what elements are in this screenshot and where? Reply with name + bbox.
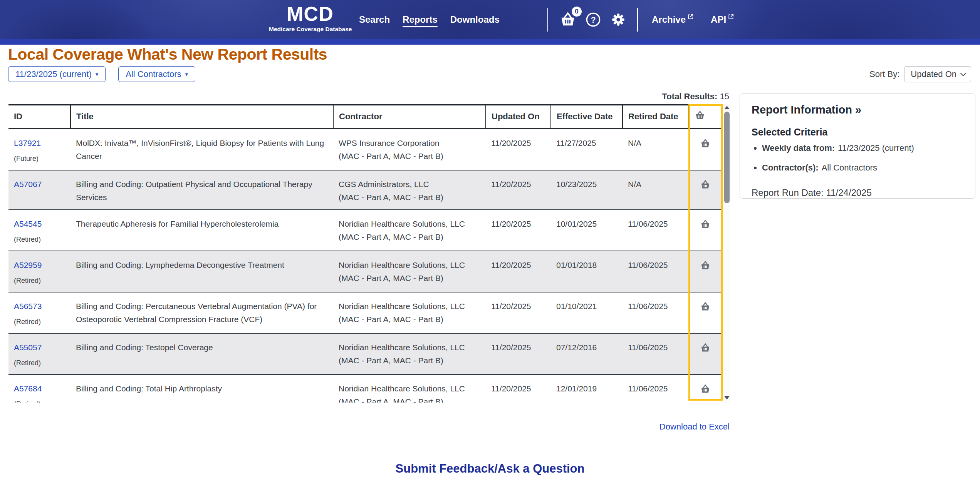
effective-date-cell: 07/12/2016 <box>551 333 623 374</box>
retired-date-cell: N/A <box>623 129 688 170</box>
scrollbar-up-arrow[interactable] <box>724 106 730 110</box>
top-banner: MCD Medicare Coverage Database Search Re… <box>0 0 980 39</box>
total-results-label: Total Results: <box>662 92 720 101</box>
contractor-name: Noridian Healthcare Solutions, LLC <box>339 217 480 231</box>
document-id-link[interactable]: A52959 <box>14 261 42 269</box>
basket-icon <box>700 301 711 312</box>
title-cell: Billing and Coding: Lymphedema Decongest… <box>70 251 333 292</box>
id-cell: A57684 (Retired) <box>8 374 70 403</box>
criteria-value: All Contractors <box>822 163 877 172</box>
col-header-updated-on[interactable]: Updated On <box>486 105 551 129</box>
criteria-label: Contractor(s): <box>762 163 819 172</box>
contractor-name: CGS Administrators, LLC <box>339 178 480 191</box>
basket-cell <box>688 374 722 403</box>
mcd-logo[interactable]: MCD Medicare Coverage Database <box>269 3 351 33</box>
updated-on-cell: 11/20/2025 <box>486 251 551 292</box>
feedback-link-wrap: Submit Feedback/Ask a Question <box>0 462 980 476</box>
id-status-note: (Retired) <box>14 275 65 286</box>
contractor-name: WPS Insurance Corporation <box>339 137 480 150</box>
id-status-note: (Retired) <box>14 234 65 245</box>
id-cell: A56573 (Retired) <box>8 292 70 333</box>
api-link[interactable]: API <box>711 14 734 25</box>
add-to-basket-button[interactable] <box>700 301 711 312</box>
download-to-excel-link[interactable]: Download to Excel <box>659 422 730 432</box>
updated-on-cell: 11/20/2025 <box>486 333 551 374</box>
add-to-basket-button[interactable] <box>700 343 711 353</box>
basket-icon <box>700 138 711 149</box>
help-button[interactable]: ? <box>586 12 601 27</box>
contractor-cell: Noridian Healthcare Solutions, LLC (MAC … <box>333 292 486 333</box>
contractor-name: Noridian Healthcare Solutions, LLC <box>339 300 480 313</box>
contractor-cell: Noridian Healthcare Solutions, LLC (MAC … <box>333 374 486 403</box>
basket-icon <box>700 219 711 230</box>
table-row: A52959 (Retired) Billing and Coding: Lym… <box>8 251 722 292</box>
selected-criteria-heading: Selected Criteria <box>752 127 963 138</box>
contractor-name: Noridian Healthcare Solutions, LLC <box>339 341 480 354</box>
archive-link[interactable]: Archive <box>652 14 694 25</box>
id-cell: L37921 (Future) <box>8 129 70 170</box>
main-nav: Search Reports Downloads <box>359 0 500 39</box>
effective-date-cell: 01/10/2021 <box>551 292 623 333</box>
chevron-down-icon: ▾ <box>185 71 188 78</box>
col-header-effective-date[interactable]: Effective Date <box>551 105 623 129</box>
document-id-link[interactable]: A57067 <box>14 180 42 189</box>
contractor-cell: Noridian Healthcare Solutions, LLC (MAC … <box>333 251 486 292</box>
report-run-date: Report Run Date: 11/24/2025 <box>752 187 963 198</box>
add-to-basket-button[interactable] <box>700 219 711 230</box>
basket-icon <box>700 384 711 394</box>
total-results-value: 15 <box>720 92 729 101</box>
logo-subtitle: Medicare Coverage Database <box>269 26 351 33</box>
chevron-down-icon: ▾ <box>96 71 99 78</box>
col-header-retired-date[interactable]: Retired Date <box>623 105 688 129</box>
logo-title: MCD <box>269 3 351 25</box>
contractor-detail: (MAC - Part A, MAC - Part B) <box>339 313 480 326</box>
effective-date-cell: 11/27/2025 <box>551 129 623 170</box>
nav-reports[interactable]: Reports <box>403 14 438 25</box>
submit-feedback-link[interactable]: Submit Feedback/Ask a Question <box>396 462 585 475</box>
title-cell: Billing and Coding: Outpatient Physical … <box>70 170 333 210</box>
document-id-link[interactable]: A56573 <box>14 302 42 311</box>
id-cell: A55057 (Retired) <box>8 333 70 374</box>
settings-button[interactable] <box>611 12 626 27</box>
retired-date-cell: 11/06/2025 <box>623 333 688 374</box>
week-filter-label: 11/23/2025 (current) <box>15 69 92 79</box>
table-scrollbar[interactable] <box>723 104 730 403</box>
collapse-chevrons-icon: » <box>855 104 861 116</box>
sort-by-select[interactable]: Updated On <box>904 66 971 82</box>
contractor-filter-dropdown[interactable]: All Contractors ▾ <box>118 66 195 82</box>
basket-cell <box>688 251 722 292</box>
document-id-link[interactable]: L37921 <box>14 139 41 147</box>
results-table-viewport: ID Title Contractor Updated On Effective… <box>8 104 730 403</box>
week-filter-dropdown[interactable]: 11/23/2025 (current) ▾ <box>8 66 106 82</box>
criteria-value: 11/23/2025 (current) <box>838 143 914 153</box>
api-label: API <box>711 14 726 25</box>
retired-date-cell: 11/06/2025 <box>623 251 688 292</box>
effective-date-cell: 01/01/2018 <box>551 251 623 292</box>
basket-button[interactable]: 0 <box>559 11 577 28</box>
filter-bar: 11/23/2025 (current) ▾ All Contractors ▾ <box>8 66 195 82</box>
title-cell: Billing and Coding: Percutaneous Vertebr… <box>70 292 333 333</box>
basket-icon <box>700 260 711 271</box>
add-to-basket-button[interactable] <box>700 260 711 271</box>
col-header-contractor[interactable]: Contractor <box>333 105 486 129</box>
contractor-detail: (MAC - Part A, MAC - Part B) <box>339 354 480 367</box>
results-table: ID Title Contractor Updated On Effective… <box>8 104 722 403</box>
id-cell: A52959 (Retired) <box>8 251 70 292</box>
nav-downloads[interactable]: Downloads <box>450 14 500 25</box>
add-to-basket-button[interactable] <box>700 179 711 190</box>
nav-search[interactable]: Search <box>359 14 390 25</box>
scrollbar-down-arrow[interactable] <box>724 396 730 401</box>
add-to-basket-button[interactable] <box>700 138 711 149</box>
col-header-title[interactable]: Title <box>70 105 333 129</box>
document-id-link[interactable]: A54545 <box>14 219 42 228</box>
document-id-link[interactable]: A55057 <box>14 343 42 352</box>
add-to-basket-button[interactable] <box>700 384 711 394</box>
criteria-list: Weekly data from:11/23/2025 (current) Co… <box>752 143 963 173</box>
col-header-id[interactable]: ID <box>8 105 70 129</box>
report-information-heading[interactable]: Report Information » <box>752 104 963 116</box>
scrollbar-thumb[interactable] <box>724 112 730 203</box>
document-id-link[interactable]: A57684 <box>14 384 42 393</box>
bullet-icon <box>754 147 757 150</box>
table-row: L37921 (Future) MolDX: Inivata™, InVisio… <box>8 129 722 170</box>
basket-icon <box>700 343 711 353</box>
